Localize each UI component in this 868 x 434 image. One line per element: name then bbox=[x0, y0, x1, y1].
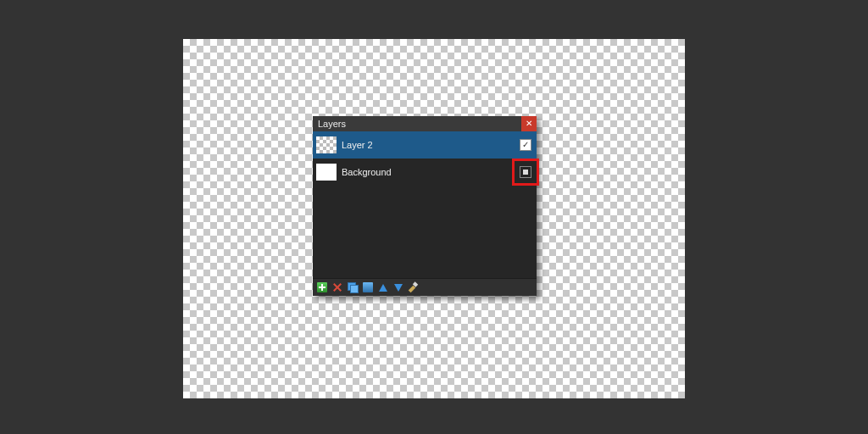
app-root: Layers ✕ Layer 2 Background bbox=[0, 0, 868, 434]
delete-layer-button[interactable] bbox=[331, 281, 343, 293]
layers-panel-toolbar bbox=[313, 278, 537, 296]
duplicate-layer-button[interactable] bbox=[347, 281, 359, 293]
close-icon: ✕ bbox=[526, 120, 532, 128]
merge-layer-button[interactable] bbox=[362, 281, 374, 293]
move-layer-up-button[interactable] bbox=[377, 281, 389, 293]
layers-panel-header[interactable]: Layers ✕ bbox=[313, 116, 537, 131]
layer-visibility-checkbox[interactable] bbox=[520, 166, 531, 178]
add-layer-button[interactable] bbox=[316, 281, 328, 293]
layer-visibility-checkbox[interactable] bbox=[520, 139, 531, 151]
layer-properties-button[interactable] bbox=[408, 281, 420, 293]
arrow-up-icon bbox=[379, 284, 387, 292]
layer-row-background[interactable]: Background bbox=[313, 159, 537, 186]
delete-icon bbox=[332, 282, 342, 292]
layer-name-label: Layer 2 bbox=[342, 140, 520, 150]
arrow-down-icon bbox=[394, 284, 403, 292]
wrench-icon bbox=[409, 282, 419, 292]
layer-row-layer2[interactable]: Layer 2 bbox=[313, 131, 537, 159]
layer-thumbnail bbox=[316, 164, 337, 181]
plus-icon bbox=[317, 282, 327, 292]
layer-name-label: Background bbox=[342, 167, 520, 177]
layers-panel-title: Layers bbox=[318, 119, 346, 129]
duplicate-icon bbox=[348, 282, 358, 292]
merge-icon bbox=[363, 282, 373, 292]
layer-thumbnail bbox=[316, 136, 337, 153]
layers-panel-close-button[interactable]: ✕ bbox=[521, 116, 537, 131]
move-layer-down-button[interactable] bbox=[392, 281, 404, 293]
layer-list: Layer 2 Background bbox=[313, 131, 537, 278]
layers-panel: Layers ✕ Layer 2 Background bbox=[313, 116, 537, 296]
